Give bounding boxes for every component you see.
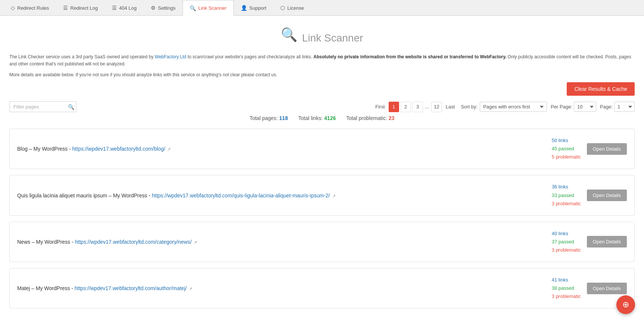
page-item-title: Blog – My WordPress - https://wpdev17.we… bbox=[17, 146, 171, 152]
link-scanner-icon: 🔍 bbox=[190, 5, 196, 11]
filter-input-wrap: 🔍 bbox=[9, 101, 77, 112]
links-count: 50 links bbox=[552, 136, 581, 145]
floating-help-icon: ⊕ bbox=[622, 300, 629, 310]
redirect-log-icon: ☰ bbox=[63, 5, 68, 11]
tab-support[interactable]: 👤 Support bbox=[234, 0, 274, 15]
tab-settings[interactable]: ⚙ Settings bbox=[144, 0, 183, 15]
info-text-2: More details are available below. If you… bbox=[9, 71, 635, 79]
page-item-url[interactable]: https://wpdev17.webfactoryltd.com/blog/ bbox=[72, 146, 165, 152]
open-details-button[interactable]: Open Details bbox=[587, 190, 627, 201]
page-item-left: Matej – My WordPress - https://wpdev17.w… bbox=[17, 285, 552, 291]
page-item: News – My WordPress - https://wpdev17.we… bbox=[9, 222, 635, 262]
links-count: 36 links bbox=[552, 183, 581, 191]
tab-support-label: Support bbox=[249, 5, 267, 11]
passed-count: 45 passed bbox=[552, 145, 581, 153]
problematic-count: 5 problematic bbox=[552, 153, 581, 161]
page-title-area: 🔍 Link Scanner bbox=[9, 27, 635, 44]
page-item-right: 50 links 45 passed 5 problematic Open De… bbox=[552, 136, 627, 161]
page-item-right: 40 links 37 passed 3 problematic Open De… bbox=[552, 230, 627, 254]
pagination-page-3[interactable]: 3 bbox=[413, 102, 423, 112]
tab-404-log-label: 404 Log bbox=[119, 5, 137, 11]
page-item-left: Blog – My WordPress - https://wpdev17.we… bbox=[17, 146, 552, 152]
passed-count: 33 passed bbox=[552, 191, 581, 200]
total-prob-label: Total problematic: bbox=[346, 115, 387, 121]
external-link-icon: ↗ bbox=[332, 194, 336, 198]
total-pages-value: 118 bbox=[279, 115, 288, 121]
perpage-select[interactable]: 10 25 50 100 bbox=[574, 102, 596, 112]
filter-row: 🔍 First 1 2 3 ... 12 Last Sort by: Pages… bbox=[9, 101, 635, 112]
webfactory-link[interactable]: WebFactory Ltd bbox=[155, 54, 186, 59]
perpage-label: Per Page: bbox=[551, 104, 572, 110]
page-item-url[interactable]: https://wpdev17.webfactoryltd.com/catego… bbox=[75, 239, 192, 245]
page-stats: 50 links 45 passed 5 problematic bbox=[552, 136, 581, 161]
external-link-icon: ↗ bbox=[194, 240, 197, 244]
page-item-name: Quis ligula lacinia aliquet mauris ipsum… bbox=[17, 193, 152, 199]
page-item-title: Matej – My WordPress - https://wpdev17.w… bbox=[17, 285, 192, 291]
pagination: First 1 2 3 ... 12 Last bbox=[373, 102, 457, 112]
passed-count: 38 passed bbox=[552, 284, 581, 292]
page-stats: 36 links 33 passed 3 problematic bbox=[552, 183, 581, 207]
tab-redirect-log[interactable]: ☰ Redirect Log bbox=[56, 0, 105, 15]
sort-wrap: Sort by: Pages with errors first Pages w… bbox=[461, 102, 547, 112]
page-item-left: News – My WordPress - https://wpdev17.we… bbox=[17, 239, 552, 245]
page-num-select[interactable]: 1 2 3 bbox=[614, 102, 635, 112]
stat-total-links: Total links: 4126 bbox=[298, 115, 337, 121]
page-title-icon: 🔍 bbox=[281, 27, 298, 43]
stat-total-prob: Total problematic: 23 bbox=[346, 115, 394, 121]
search-icon-button[interactable]: 🔍 bbox=[68, 104, 74, 110]
total-links-label: Total links: bbox=[298, 115, 323, 121]
settings-icon: ⚙ bbox=[151, 5, 156, 11]
404-log-icon: ☰ bbox=[112, 5, 117, 11]
nav-tabs: ◇ Redirect Rules ☰ Redirect Log ☰ 404 Lo… bbox=[0, 0, 644, 16]
page-item: Quis ligula lacinia aliquet mauris ipsum… bbox=[9, 175, 635, 215]
pagination-last[interactable]: Last bbox=[444, 102, 457, 112]
info-text-1: The Link Checker service uses a 3rd part… bbox=[9, 53, 635, 68]
problematic-count: 3 problematic bbox=[552, 246, 581, 254]
tab-license-label: License bbox=[287, 5, 304, 11]
redirect-rules-icon: ◇ bbox=[11, 5, 15, 11]
tab-404-log[interactable]: ☰ 404 Log bbox=[105, 0, 144, 15]
page-stats: 41 links 38 passed 3 problematic bbox=[552, 276, 581, 301]
links-count: 40 links bbox=[552, 230, 581, 238]
page-item: Matej – My WordPress - https://wpdev17.w… bbox=[9, 268, 635, 308]
total-pages-label: Total pages: bbox=[249, 115, 278, 121]
tab-link-scanner[interactable]: 🔍 Link Scanner bbox=[183, 0, 234, 16]
total-links-value: 4126 bbox=[324, 115, 336, 121]
filter-pages-input[interactable] bbox=[9, 101, 77, 112]
clear-results-button[interactable]: Clear Results & Cache bbox=[567, 82, 635, 96]
pagination-first[interactable]: First bbox=[373, 102, 387, 112]
pagination-page-1[interactable]: 1 bbox=[389, 102, 399, 112]
tab-redirect-rules[interactable]: ◇ Redirect Rules bbox=[4, 0, 56, 15]
problematic-count: 3 problematic bbox=[552, 200, 581, 208]
results-list: Blog – My WordPress - https://wpdev17.we… bbox=[9, 129, 635, 308]
page-item-title: News – My WordPress - https://wpdev17.we… bbox=[17, 239, 197, 245]
page-item-url[interactable]: https://wpdev17.webfactoryltd.com/quis-l… bbox=[152, 193, 330, 199]
page-item-left: Quis ligula lacinia aliquet mauris ipsum… bbox=[17, 193, 552, 199]
support-icon: 👤 bbox=[241, 5, 247, 11]
pagination-page-12[interactable]: 12 bbox=[431, 102, 442, 112]
info-pre: The Link Checker service uses a 3rd part… bbox=[9, 54, 155, 59]
action-bar: Clear Results & Cache bbox=[9, 82, 635, 96]
page-item-url[interactable]: https://wpdev17.webfactoryltd.com/author… bbox=[75, 285, 187, 291]
page-title: Link Scanner bbox=[302, 32, 363, 44]
open-details-button[interactable]: Open Details bbox=[587, 236, 627, 247]
page-item-name: Matej – My WordPress - bbox=[17, 285, 75, 291]
stat-total-pages: Total pages: 118 bbox=[249, 115, 289, 121]
external-link-icon: ↗ bbox=[189, 286, 192, 291]
info-bold: Absolutely no private information from t… bbox=[314, 54, 507, 59]
tab-license[interactable]: ⬡ License bbox=[273, 0, 311, 15]
floating-help-button[interactable]: ⊕ bbox=[616, 295, 635, 314]
page-item: Blog – My WordPress - https://wpdev17.we… bbox=[9, 129, 635, 169]
external-link-icon: ↗ bbox=[167, 147, 171, 151]
pagination-ellipsis: ... bbox=[424, 104, 430, 110]
page-item-name: News – My WordPress - bbox=[17, 239, 75, 245]
open-details-button[interactable]: Open Details bbox=[587, 143, 627, 155]
problematic-count: 3 problematic bbox=[552, 292, 581, 301]
page-item-right: 41 links 38 passed 3 problematic Open De… bbox=[552, 276, 627, 301]
tab-settings-label: Settings bbox=[158, 5, 175, 11]
open-details-button[interactable]: Open Details bbox=[587, 283, 627, 294]
license-icon: ⬡ bbox=[280, 5, 285, 11]
pagination-page-2[interactable]: 2 bbox=[401, 102, 411, 112]
sort-label: Sort by: bbox=[461, 104, 477, 110]
sort-select[interactable]: Pages with errors first Pages with most … bbox=[480, 102, 547, 112]
